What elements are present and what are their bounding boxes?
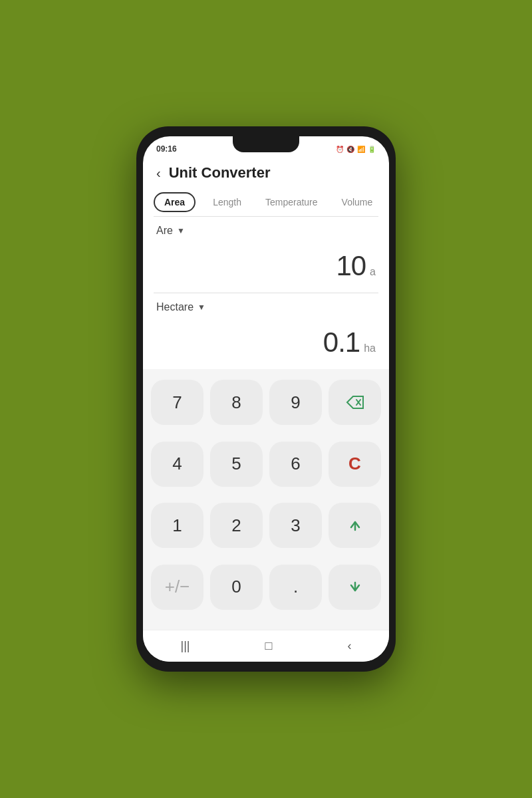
from-unit-dropdown-icon: ▼ bbox=[177, 226, 185, 235]
mute-icon: 🔇 bbox=[346, 146, 354, 153]
tab-length[interactable]: Length bbox=[206, 193, 248, 211]
status-time: 09:16 bbox=[156, 144, 177, 154]
tab-area[interactable]: Area bbox=[154, 192, 196, 212]
from-value-display: 10 a bbox=[143, 245, 389, 293]
key-clear[interactable]: C bbox=[329, 442, 381, 487]
alarm-icon: ⏰ bbox=[336, 146, 344, 153]
from-unit-label: Are bbox=[156, 225, 173, 237]
to-unit-label: Hectare bbox=[156, 301, 194, 313]
status-icons: ⏰ 🔇 📶 🔋 bbox=[336, 146, 376, 153]
app-title: Unit Converter bbox=[169, 164, 271, 182]
arrow-up-icon bbox=[348, 518, 362, 533]
key-6[interactable]: 6 bbox=[269, 442, 322, 487]
app-header: ‹ Unit Converter bbox=[143, 158, 389, 188]
to-value-display: 0.1 ha bbox=[143, 321, 389, 369]
notch bbox=[233, 136, 299, 152]
nav-home[interactable]: □ bbox=[252, 634, 286, 658]
key-plus-minus[interactable]: +/− bbox=[151, 565, 203, 610]
tab-temperature[interactable]: Temperature bbox=[259, 193, 325, 211]
key-decimal[interactable]: . bbox=[269, 565, 322, 610]
to-unit-dropdown-icon: ▼ bbox=[198, 303, 205, 312]
to-unit-selector[interactable]: Hectare ▼ bbox=[143, 293, 389, 321]
key-1[interactable]: 1 bbox=[151, 503, 203, 548]
backspace-icon bbox=[346, 395, 364, 410]
key-backspace[interactable] bbox=[329, 380, 381, 425]
phone-screen: 09:16 ⏰ 🔇 📶 🔋 ‹ Unit Converter Area Leng… bbox=[143, 136, 389, 662]
key-9[interactable]: 9 bbox=[269, 380, 322, 425]
key-8[interactable]: 8 bbox=[210, 380, 263, 425]
to-value-unit: ha bbox=[364, 342, 376, 354]
category-tabs: Area Length Temperature Volume Ma bbox=[143, 188, 389, 216]
key-arrow-down[interactable] bbox=[329, 565, 381, 610]
key-0[interactable]: 0 bbox=[210, 565, 263, 610]
key-5[interactable]: 5 bbox=[210, 442, 263, 487]
key-7[interactable]: 7 bbox=[151, 380, 203, 425]
key-3[interactable]: 3 bbox=[269, 503, 322, 548]
wifi-icon: 📶 bbox=[357, 146, 365, 153]
from-unit-selector[interactable]: Are ▼ bbox=[143, 217, 389, 245]
key-2[interactable]: 2 bbox=[210, 503, 263, 548]
to-value-number: 0.1 bbox=[323, 327, 360, 358]
key-arrow-up[interactable] bbox=[329, 503, 381, 548]
key-4[interactable]: 4 bbox=[151, 442, 203, 487]
nav-recent[interactable]: ||| bbox=[168, 634, 203, 658]
from-value-number: 10 bbox=[336, 250, 366, 282]
from-value-unit: a bbox=[370, 266, 376, 278]
phone-frame: 09:16 ⏰ 🔇 📶 🔋 ‹ Unit Converter Area Leng… bbox=[136, 126, 396, 672]
keypad: 7 8 9 4 5 6 C 1 2 3 bbox=[143, 369, 389, 630]
battery-icon: 🔋 bbox=[368, 146, 376, 153]
nav-back[interactable]: ‹ bbox=[334, 634, 364, 658]
arrow-down-icon bbox=[348, 580, 362, 595]
back-button[interactable]: ‹ bbox=[156, 166, 161, 181]
tab-volume[interactable]: Volume bbox=[335, 193, 380, 211]
bottom-nav: ||| □ ‹ bbox=[143, 630, 389, 662]
